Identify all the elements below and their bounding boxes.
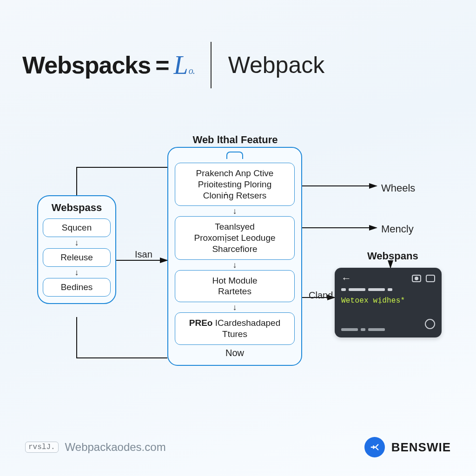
center-group: Prakench Anp Ctive Prioitesting Ploring … (167, 147, 302, 366)
window-dot-icon (412, 275, 421, 282)
center-block-2-l2: Rartetes (179, 286, 291, 297)
center-block-2: Hot Module Rartetes (175, 270, 295, 303)
center-block-2-l1: Hot Module (179, 275, 291, 286)
center-block-3-l2: Ttures (179, 329, 291, 340)
left-group-title: Webspass (43, 202, 111, 214)
edge-label-cland: Cland (309, 290, 333, 301)
footer-right: BENSWIE (364, 437, 451, 457)
center-group-title: Web lthal Feature (170, 134, 300, 146)
title-left: Webspacks (22, 51, 151, 79)
footer-left: rvslJ. Webpackaodes.com (25, 441, 166, 454)
left-item-0: Squcen (43, 218, 111, 237)
center-block-1-l2: Proxomịset Leoduge (179, 232, 291, 244)
down-arrow-icon: ↓ (43, 270, 111, 275)
down-arrow-icon: ↓ (175, 262, 295, 268)
center-block-1: Teanlsyed Proxomịset Leoduge Sharcefiore (175, 216, 295, 259)
right-label-wheels: Wheels (381, 182, 415, 194)
center-block-0-l3: Cloniṅg Retsers (179, 190, 291, 201)
diagram-canvas: Isan Cland Web lthal Feature Webspass Sq… (37, 139, 437, 404)
logo-icon: Lo. (174, 50, 197, 80)
window-max-icon (426, 275, 435, 282)
center-block-3-rest: ICardeshadaped (212, 318, 280, 328)
left-item-2: Bedines (43, 278, 111, 297)
center-bottom-label: Now (175, 348, 295, 359)
circle-icon (425, 319, 435, 329)
notch-icon (226, 152, 243, 159)
vertical-divider (211, 42, 212, 88)
right-subtitle: Webspans (367, 250, 418, 262)
title-right: Webpack (228, 52, 325, 79)
terminal-code-line: Wetoex wịdhes* (341, 296, 435, 305)
center-block-1-l3: Sharcefiore (179, 244, 291, 255)
terminal-top-bar: ← (341, 273, 435, 284)
terminal-card: ← Wetoex wịdhes* (335, 268, 442, 337)
logo-letter: L (174, 51, 188, 79)
right-label-mencly: Mencly (381, 223, 414, 235)
down-arrow-icon: ↓ (175, 208, 295, 214)
center-block-0-l1: Prakench Anp Ctive (179, 168, 291, 179)
back-arrow-icon: ← (341, 273, 351, 284)
equals-sign: = (155, 51, 169, 79)
header: Webspacks = Lo. Webpack (22, 42, 454, 88)
terminal-progress-bars (341, 288, 435, 291)
center-block-3: PREo ICardeshadaped Ttures (175, 312, 295, 345)
left-item-1: Releuse (43, 248, 111, 267)
center-block-0-l2: Prioitesting Ploring (179, 179, 291, 190)
center-block-1-l1: Teanlsyed (179, 221, 291, 232)
brand-name: BENSWIE (391, 440, 451, 455)
footer-badge: rvslJ. (25, 442, 59, 453)
edge-label-isan: Isan (135, 249, 152, 260)
center-block-3-bold: PREo (189, 318, 213, 328)
logo-suffix: o. (189, 66, 195, 76)
brand-logo-icon (364, 437, 385, 457)
header-left: Webspacks = Lo. (22, 50, 197, 80)
footer-site: Webpackaodes.com (65, 441, 166, 454)
footer: rvslJ. Webpackaodes.com BENSWIE (25, 437, 451, 457)
down-arrow-icon: ↓ (43, 240, 111, 245)
down-arrow-icon: ↓ (175, 304, 295, 311)
terminal-bottom-bars (341, 328, 385, 331)
left-group: Webspass Squcen ↓ Releuse ↓ Bedines (37, 195, 116, 304)
center-block-0: Prakench Anp Ctive Prioitesting Ploring … (175, 163, 295, 206)
